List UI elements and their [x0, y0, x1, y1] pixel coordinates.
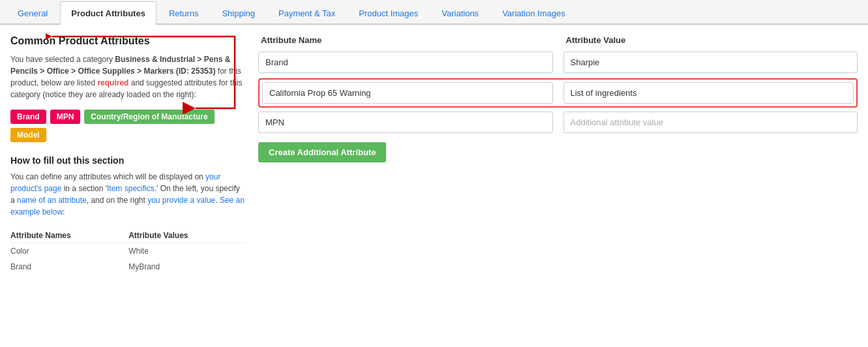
how-to-title: How to fill out this section [10, 155, 245, 166]
example-header-names: Attribute Names [10, 227, 128, 243]
tab-bar: General Product Attributes Returns Shipp… [0, 0, 868, 25]
left-panel: Common Product Attributes You have selec… [10, 35, 245, 275]
badge-model: Model [10, 128, 46, 142]
attr-name-brand[interactable] [258, 52, 553, 73]
attribute-row-mpn [258, 112, 858, 133]
attribute-row-brand [258, 52, 858, 73]
attribute-row-prop65 [258, 78, 858, 108]
how-to-text: You can define any attributes which will… [10, 171, 245, 218]
example-row-brand: Brand MyBrand [10, 259, 245, 275]
header-attribute-name: Attribute Name [258, 35, 553, 45]
example-name-brand: Brand [10, 259, 128, 275]
example-table: Attribute Names Attribute Values Color W… [10, 227, 245, 275]
item-specifics-link[interactable]: Item specifics [107, 184, 155, 193]
tab-variations[interactable]: Variations [430, 1, 490, 25]
badge-row: Brand MPN Country/Region of Manufacture … [10, 110, 245, 142]
tab-product-attributes[interactable]: Product Attributes [60, 1, 157, 25]
example-header-values: Attribute Values [128, 227, 245, 243]
header-attribute-value: Attribute Value [563, 35, 858, 45]
attribute-header-row: Attribute Name Attribute Value [258, 35, 858, 45]
tab-payment-tax[interactable]: Payment & Tax [267, 1, 346, 25]
right-panel: Attribute Name Attribute Value Create Ad… [258, 35, 858, 275]
attr-name-prop65[interactable] [262, 82, 553, 104]
attr-value-mpn[interactable] [563, 112, 858, 133]
badge-country: Country/Region of Manufacture [84, 110, 214, 124]
attr-value-prop65[interactable] [563, 82, 854, 104]
example-row-color: Color White [10, 243, 245, 260]
attr-value-brand[interactable] [563, 52, 858, 73]
example-value-color: White [128, 243, 245, 260]
attr-name-mpn[interactable] [258, 112, 553, 133]
value-link[interactable]: you provide a value [147, 196, 215, 205]
example-name-color: Color [10, 243, 128, 260]
tab-returns[interactable]: Returns [158, 1, 210, 25]
tab-variation-images[interactable]: Variation Images [491, 1, 576, 25]
example-value-brand: MyBrand [128, 259, 245, 275]
tab-shipping[interactable]: Shipping [211, 1, 266, 25]
tab-general[interactable]: General [7, 1, 59, 25]
create-additional-attribute-button[interactable]: Create Additional Attribute [258, 142, 386, 162]
how-to-section: How to fill out this section You can def… [10, 155, 245, 275]
name-link[interactable]: name of an attribute [17, 196, 87, 205]
section-title: Common Product Attributes [10, 35, 245, 47]
tab-product-images[interactable]: Product Images [348, 1, 429, 25]
badge-mpn: MPN [50, 110, 81, 124]
description: You have selected a category Business & … [10, 53, 245, 100]
badge-brand: Brand [10, 110, 46, 124]
